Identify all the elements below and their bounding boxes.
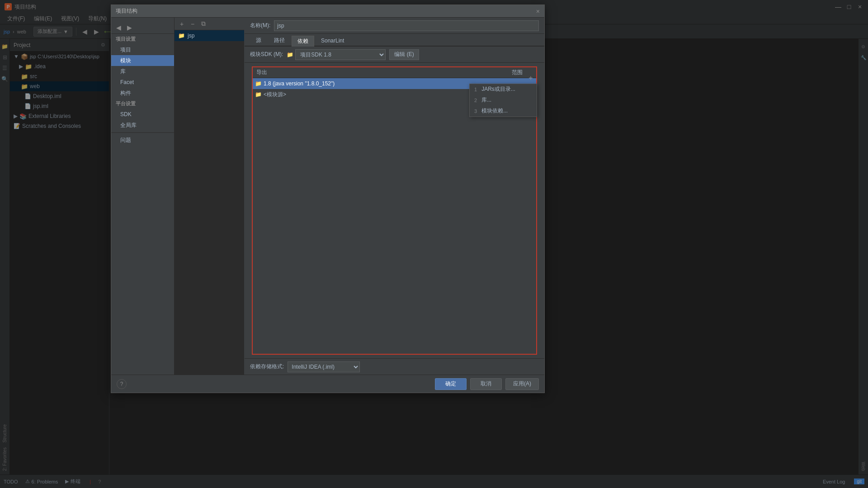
add-dep-button[interactable]: +: [526, 74, 535, 83]
tabs-row: 源 路径 依赖 SonarLint: [245, 34, 544, 47]
dialog-footer: ? 确定 取消 应用(A): [111, 375, 544, 393]
apply-button[interactable]: 应用(A): [505, 378, 539, 390]
nav-item-sdk[interactable]: SDK: [111, 109, 174, 120]
sdk-edit-button[interactable]: 编辑 (E): [389, 49, 419, 60]
deps-table-header: 导出 范围 + 1 JARs或目录...: [253, 67, 536, 78]
module-item-label: jsp: [188, 33, 194, 39]
deps-section: 导出 范围 + 1 JARs或目录...: [245, 63, 544, 358]
module-folder-icon: 📁: [178, 33, 185, 39]
dropdown-item-label-module: 模块依赖...: [481, 107, 508, 115]
module-list-toolbar: + − ⧉: [175, 18, 244, 30]
nav-forward-button[interactable]: ▶: [125, 23, 134, 32]
nav-toolbar: ◀ ▶: [111, 21, 174, 34]
nav-item-artifact[interactable]: 构件: [111, 88, 174, 99]
tab-deps[interactable]: 依赖: [292, 36, 314, 47]
tab-path[interactable]: 路径: [268, 35, 291, 46]
dep-icon-0: 📁: [253, 80, 264, 87]
dropdown-item-num-1: 1: [474, 87, 477, 92]
sdk-select[interactable]: 项目SDK 1.8: [295, 49, 386, 60]
project-settings-section: 项目设置: [111, 34, 174, 44]
dropdown-item-num-3: 3: [474, 108, 477, 114]
dropdown-item-lib[interactable]: 2 库...: [470, 95, 537, 106]
dialog-close-button[interactable]: ×: [536, 8, 540, 15]
sdk-label: 模块SDK (M):: [250, 51, 283, 58]
project-structure-dialog: 项目结构 × ◀ ▶ 项目设置 项目 模块 库 Facet 构件 平台设置: [111, 5, 545, 393]
format-row: 依赖存储格式: IntelliJ IDEA (.iml): [245, 358, 544, 375]
nav-back-button[interactable]: ◀: [114, 23, 123, 32]
module-item-jsp[interactable]: 📁 jsp: [175, 30, 244, 41]
format-label: 依赖存储格式:: [250, 363, 284, 371]
name-label: 名称(M):: [250, 22, 270, 29]
nav-item-project[interactable]: 项目: [111, 44, 174, 55]
remove-module-button[interactable]: −: [188, 19, 197, 28]
dep-icon-1: 📁: [253, 91, 264, 98]
modal-overlay: 项目结构 × ◀ ▶ 项目设置 项目 模块 库 Facet 构件 平台设置: [0, 0, 868, 488]
dialog-nav: ◀ ▶ 项目设置 项目 模块 库 Facet 构件 平台设置 SDK 全局库 问…: [111, 18, 175, 375]
name-input[interactable]: [274, 20, 539, 31]
dropdown-item-num-2: 2: [474, 98, 477, 103]
nav-item-facet[interactable]: Facet: [111, 77, 174, 88]
dropdown-item-module-dep[interactable]: 3 模块依赖...: [470, 106, 537, 117]
dialog-title-bar: 项目结构 ×: [111, 5, 544, 18]
sdk-select-container: 📁 项目SDK 1.8: [287, 49, 386, 60]
nav-item-module[interactable]: 模块: [111, 55, 174, 66]
sdk-folder-icon: 📁: [287, 52, 293, 58]
dropdown-item-label-lib: 库...: [481, 96, 491, 104]
sdk-row: 模块SDK (M): 📁 项目SDK 1.8 编辑 (E): [245, 47, 544, 63]
deps-col-name: 导出: [253, 69, 482, 76]
dropdown-item-label-jars: JARs或目录...: [481, 85, 515, 93]
name-row: 名称(M):: [245, 18, 544, 34]
dialog-body: ◀ ▶ 项目设置 项目 模块 库 Facet 构件 平台设置 SDK 全局库 问…: [111, 18, 544, 375]
ok-button[interactable]: 确定: [435, 378, 467, 390]
platform-settings-section: 平台设置: [111, 99, 174, 109]
copy-module-button[interactable]: ⧉: [199, 19, 208, 28]
dialog-title: 项目结构: [116, 7, 536, 15]
nav-item-problems[interactable]: 问题: [111, 135, 174, 145]
module-list: + − ⧉ 📁 jsp: [175, 18, 245, 375]
nav-item-library[interactable]: 库: [111, 66, 174, 77]
help-button[interactable]: ?: [117, 379, 127, 389]
nav-item-global-lib[interactable]: 全局库: [111, 120, 174, 131]
nav-separator: [111, 132, 174, 133]
dialog-main-content: 名称(M): 源 路径 依赖 SonarLint 模块SDK (M): 📁: [245, 18, 544, 375]
format-select[interactable]: IntelliJ IDEA (.iml): [288, 361, 360, 372]
add-dep-dropdown: 1 JARs或目录... 2 库... 3 模块: [469, 84, 537, 117]
cancel-button[interactable]: 取消: [470, 378, 502, 390]
tab-source[interactable]: 源: [250, 35, 267, 46]
dropdown-item-jars[interactable]: 1 JARs或目录...: [470, 84, 537, 95]
add-module-button[interactable]: +: [177, 19, 186, 28]
deps-table: 导出 范围 + 1 JARs或目录...: [252, 66, 537, 355]
tab-sonarlint[interactable]: SonarLint: [315, 35, 350, 46]
